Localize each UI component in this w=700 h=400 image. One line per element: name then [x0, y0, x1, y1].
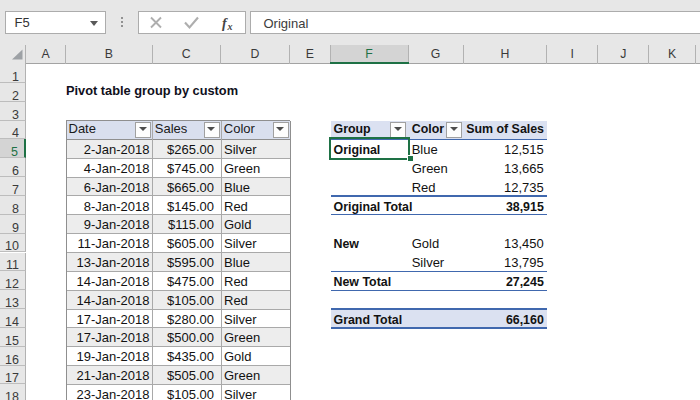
svg-text:x: x [226, 21, 232, 32]
